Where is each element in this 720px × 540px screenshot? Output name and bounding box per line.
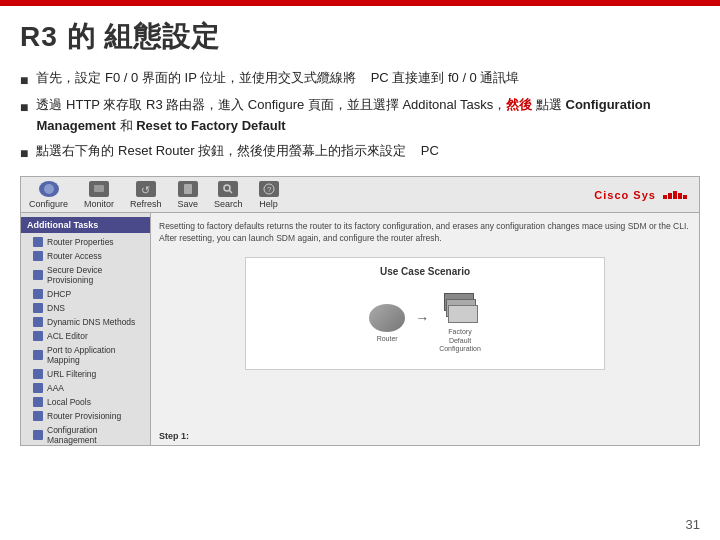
screenshot-area: Configure Monitor ↺ Refresh Save: [20, 176, 700, 446]
sidebar-item-label: DHCP: [47, 289, 71, 299]
bar2: [668, 193, 672, 199]
refresh-icon: ↺: [136, 181, 156, 197]
sidebar-item-dynamic-dns[interactable]: Dynamic DNS Methods: [21, 315, 150, 329]
sidebar-item-label: Port to Application Mapping: [47, 345, 144, 365]
url-filtering-icon: [33, 369, 43, 379]
cisco-ui: Configure Monitor ↺ Refresh Save: [21, 177, 699, 445]
secure-device-icon: [33, 270, 43, 280]
acl-icon: [33, 331, 43, 341]
sidebar-item-label: DNS: [47, 303, 65, 313]
bullet-item-2: ■ 透過 HTTP 來存取 R3 路由器，進入 Configure 頁面，並且選…: [20, 95, 700, 137]
router-shape: [369, 304, 405, 332]
dynamic-dns-icon: [33, 317, 43, 327]
save-icon: [178, 181, 198, 197]
bullet-item-1: ■ 首先，設定 F0 / 0 界面的 IP 位址，並使用交叉式纜線將 PC 直接…: [20, 68, 700, 91]
port-mapping-icon: [33, 350, 43, 360]
bullet-dot-2: ■: [20, 96, 28, 118]
bullet-text-1: 首先，設定 F0 / 0 界面的 IP 位址，並使用交叉式纜線將 PC 直接連到…: [36, 68, 700, 89]
save-label: Save: [178, 199, 199, 209]
configure-label: Configure: [29, 199, 68, 209]
help-button[interactable]: ? Help: [259, 181, 279, 209]
monitor-button[interactable]: Monitor: [84, 181, 114, 209]
search-label: Search: [214, 199, 243, 209]
dns-icon: [33, 303, 43, 313]
sidebar-item-label: Configuration Management: [47, 425, 144, 445]
refresh-label: Refresh: [130, 199, 162, 209]
cisco-bars: [663, 191, 687, 199]
cisco-text: Cisco Sys: [594, 189, 656, 201]
sidebar-item-local-pools[interactable]: Local Pools: [21, 395, 150, 409]
cisco-content: Resetting to factory defaults returns th…: [151, 213, 699, 445]
content-description: Resetting to factory defaults returns th…: [159, 221, 691, 245]
config-mgmt-icon: [33, 430, 43, 440]
sidebar-item-dhcp[interactable]: DHCP: [21, 287, 150, 301]
bullet-text-2: 透過 HTTP 來存取 R3 路由器，進入 Configure 頁面，並且選擇 …: [36, 95, 700, 137]
page-number: 31: [686, 517, 700, 532]
cisco-toolbar: Configure Monitor ↺ Refresh Save: [21, 177, 699, 213]
local-pools-icon: [33, 397, 43, 407]
sidebar-item-aaa[interactable]: AAA: [21, 381, 150, 395]
use-case-diagram: Router → FactoryDefaultConfiguration: [254, 285, 596, 361]
sidebar-item-label: Secure Device Provisioning: [47, 265, 144, 285]
diagram-router: Router: [369, 304, 405, 343]
router-diagram-label: Router: [377, 335, 398, 343]
highlight-reset: Reset to Factory Default: [136, 118, 286, 133]
svg-text:?: ?: [267, 185, 272, 194]
box3: [448, 305, 478, 323]
configure-icon: [39, 181, 59, 197]
bullets-section: ■ 首先，設定 F0 / 0 界面的 IP 位址，並使用交叉式纜線將 PC 直接…: [0, 64, 720, 176]
sidebar-item-acl[interactable]: ACL Editor: [21, 329, 150, 343]
sidebar-item-dns[interactable]: DNS: [21, 301, 150, 315]
router-provisioning-icon: [33, 411, 43, 421]
sidebar-item-label: Router Access: [47, 251, 102, 261]
sidebar-item-label: Router Provisioning: [47, 411, 121, 421]
sidebar-item-label: URL Filtering: [47, 369, 96, 379]
sidebar-item-router-access[interactable]: Router Access: [21, 249, 150, 263]
use-case-title: Use Case Scenario: [254, 266, 596, 277]
bullet-dot-3: ■: [20, 142, 28, 164]
sidebar-item-label: AAA: [47, 383, 64, 393]
bar1: [663, 195, 667, 199]
bullet-dot-1: ■: [20, 69, 28, 91]
sidebar-item-router-properties[interactable]: Router Properties: [21, 235, 150, 249]
bar4: [678, 193, 682, 199]
sidebar-item-label: Dynamic DNS Methods: [47, 317, 135, 327]
save-button[interactable]: Save: [178, 181, 199, 209]
use-case-box: Use Case Scenario Router →: [245, 257, 605, 370]
svg-rect-1: [94, 185, 104, 192]
configure-button[interactable]: Configure: [29, 181, 68, 209]
sidebar-item-router-provisioning[interactable]: Router Provisioning: [21, 409, 150, 423]
diagram-factory-default: FactoryDefaultConfiguration: [439, 293, 481, 353]
sidebar-item-secure-device[interactable]: Secure Device Provisioning: [21, 263, 150, 287]
search-button[interactable]: Search: [214, 181, 243, 209]
bar5: [683, 195, 687, 199]
sidebar-header: Additional Tasks: [21, 217, 150, 233]
factory-default-shape: [442, 293, 478, 325]
factory-default-label: FactoryDefaultConfiguration: [439, 328, 481, 353]
svg-point-0: [44, 184, 54, 194]
aaa-icon: [33, 383, 43, 393]
refresh-button[interactable]: ↺ Refresh: [130, 181, 162, 209]
router-access-icon: [33, 251, 43, 261]
bullet-item-3: ■ 點選右下角的 Reset Router 按鈕，然後使用螢幕上的指示來設定 P…: [20, 141, 700, 164]
sidebar-item-port-mapping[interactable]: Port to Application Mapping: [21, 343, 150, 367]
search-icon: [218, 181, 238, 197]
sidebar-item-url-filtering[interactable]: URL Filtering: [21, 367, 150, 381]
highlight-config-mgmt: Configuration Management: [36, 97, 650, 133]
cisco-sidebar: Additional Tasks Router Properties Route…: [21, 213, 151, 445]
title-section: R3 的 組態設定: [0, 6, 720, 64]
highlight-然後: 然後: [506, 97, 532, 112]
monitor-icon: [89, 181, 109, 197]
bar3: [673, 191, 677, 199]
svg-line-5: [229, 190, 232, 193]
svg-rect-3: [184, 184, 192, 194]
arrow1: →: [415, 310, 429, 326]
sidebar-item-label: ACL Editor: [47, 331, 88, 341]
sidebar-item-label: Local Pools: [47, 397, 91, 407]
page-title: R3 的 組態設定: [20, 18, 700, 56]
sidebar-item-config-mgmt[interactable]: Configuration Management: [21, 423, 150, 445]
cisco-logo: Cisco Sys: [594, 189, 691, 201]
sidebar-item-label: Router Properties: [47, 237, 114, 247]
bullet-text-3: 點選右下角的 Reset Router 按鈕，然後使用螢幕上的指示來設定 PC: [36, 141, 700, 162]
monitor-label: Monitor: [84, 199, 114, 209]
